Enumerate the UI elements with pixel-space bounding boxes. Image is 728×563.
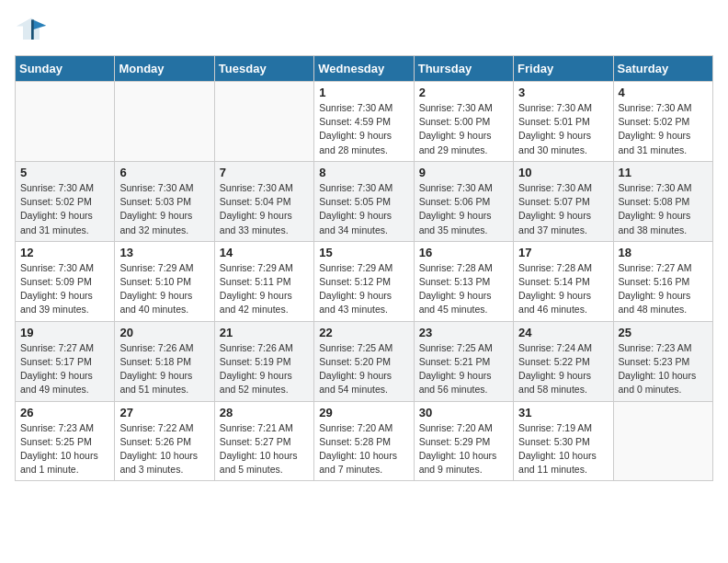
calendar-cell: 17Sunrise: 7:28 AM Sunset: 5:14 PM Dayli… bbox=[514, 241, 613, 321]
day-info: Sunrise: 7:24 AM Sunset: 5:22 PM Dayligh… bbox=[518, 341, 608, 397]
day-info: Sunrise: 7:19 AM Sunset: 5:30 PM Dayligh… bbox=[518, 421, 608, 477]
day-number: 31 bbox=[518, 406, 608, 419]
day-info: Sunrise: 7:25 AM Sunset: 5:21 PM Dayligh… bbox=[419, 341, 508, 397]
day-number: 20 bbox=[119, 326, 209, 339]
day-info: Sunrise: 7:30 AM Sunset: 5:00 PM Dayligh… bbox=[419, 101, 508, 157]
calendar-cell bbox=[115, 82, 214, 162]
day-info: Sunrise: 7:30 AM Sunset: 5:09 PM Dayligh… bbox=[20, 261, 109, 317]
day-info: Sunrise: 7:30 AM Sunset: 5:01 PM Dayligh… bbox=[518, 101, 608, 157]
calendar-cell: 2Sunrise: 7:30 AM Sunset: 5:00 PM Daylig… bbox=[414, 82, 513, 162]
calendar-cell: 4Sunrise: 7:30 AM Sunset: 5:02 PM Daylig… bbox=[613, 82, 712, 162]
weekday-header-row: SundayMondayTuesdayWednesdayThursdayFrid… bbox=[16, 56, 713, 82]
day-number: 13 bbox=[119, 246, 209, 259]
day-number: 4 bbox=[619, 86, 708, 99]
day-info: Sunrise: 7:30 AM Sunset: 5:02 PM Dayligh… bbox=[20, 181, 109, 237]
day-info: Sunrise: 7:27 AM Sunset: 5:17 PM Dayligh… bbox=[20, 341, 109, 397]
calendar-cell: 25Sunrise: 7:23 AM Sunset: 5:23 PM Dayli… bbox=[613, 321, 712, 401]
calendar-cell: 10Sunrise: 7:30 AM Sunset: 5:07 PM Dayli… bbox=[514, 161, 613, 241]
calendar-cell: 26Sunrise: 7:23 AM Sunset: 5:25 PM Dayli… bbox=[16, 401, 115, 481]
day-info: Sunrise: 7:28 AM Sunset: 5:13 PM Dayligh… bbox=[419, 261, 508, 317]
day-number: 2 bbox=[419, 86, 508, 99]
day-number: 9 bbox=[419, 166, 508, 179]
day-info: Sunrise: 7:30 AM Sunset: 5:07 PM Dayligh… bbox=[518, 181, 608, 237]
day-number: 27 bbox=[119, 406, 209, 419]
svg-rect-3 bbox=[31, 19, 34, 40]
day-info: Sunrise: 7:26 AM Sunset: 5:19 PM Dayligh… bbox=[220, 341, 309, 397]
calendar-cell: 20Sunrise: 7:26 AM Sunset: 5:18 PM Dayli… bbox=[115, 321, 214, 401]
day-number: 26 bbox=[20, 406, 109, 419]
calendar-cell: 22Sunrise: 7:25 AM Sunset: 5:20 PM Dayli… bbox=[314, 321, 414, 401]
day-number: 25 bbox=[619, 326, 708, 339]
day-info: Sunrise: 7:25 AM Sunset: 5:20 PM Dayligh… bbox=[319, 341, 408, 397]
day-info: Sunrise: 7:30 AM Sunset: 5:06 PM Dayligh… bbox=[419, 181, 508, 237]
day-number: 28 bbox=[220, 406, 309, 419]
day-number: 30 bbox=[419, 406, 508, 419]
day-info: Sunrise: 7:23 AM Sunset: 5:23 PM Dayligh… bbox=[619, 341, 708, 397]
day-number: 3 bbox=[518, 86, 608, 99]
calendar-table: SundayMondayTuesdayWednesdayThursdayFrid… bbox=[15, 55, 713, 481]
day-number: 11 bbox=[619, 166, 708, 179]
calendar-cell: 19Sunrise: 7:27 AM Sunset: 5:17 PM Dayli… bbox=[16, 321, 115, 401]
day-number: 14 bbox=[220, 246, 309, 259]
day-number: 17 bbox=[518, 246, 608, 259]
calendar-cell: 18Sunrise: 7:27 AM Sunset: 5:16 PM Dayli… bbox=[613, 241, 712, 321]
calendar-cell: 29Sunrise: 7:20 AM Sunset: 5:28 PM Dayli… bbox=[314, 401, 414, 481]
day-number: 19 bbox=[20, 326, 109, 339]
calendar-cell: 14Sunrise: 7:29 AM Sunset: 5:11 PM Dayli… bbox=[214, 241, 313, 321]
calendar-cell bbox=[613, 401, 712, 481]
calendar-cell: 27Sunrise: 7:22 AM Sunset: 5:26 PM Dayli… bbox=[115, 401, 214, 481]
day-info: Sunrise: 7:30 AM Sunset: 5:02 PM Dayligh… bbox=[619, 101, 708, 157]
day-number: 1 bbox=[319, 86, 408, 99]
calendar-cell: 7Sunrise: 7:30 AM Sunset: 5:04 PM Daylig… bbox=[214, 161, 313, 241]
day-info: Sunrise: 7:20 AM Sunset: 5:29 PM Dayligh… bbox=[419, 421, 508, 477]
weekday-header-sunday: Sunday bbox=[16, 56, 115, 82]
day-number: 21 bbox=[220, 326, 309, 339]
day-number: 18 bbox=[619, 246, 708, 259]
day-number: 22 bbox=[319, 326, 408, 339]
day-number: 29 bbox=[319, 406, 408, 419]
day-info: Sunrise: 7:30 AM Sunset: 5:08 PM Dayligh… bbox=[619, 181, 708, 237]
day-number: 6 bbox=[119, 166, 209, 179]
day-info: Sunrise: 7:26 AM Sunset: 5:18 PM Dayligh… bbox=[119, 341, 209, 397]
weekday-header-friday: Friday bbox=[514, 56, 613, 82]
calendar-cell: 31Sunrise: 7:19 AM Sunset: 5:30 PM Dayli… bbox=[514, 401, 613, 481]
calendar-cell: 24Sunrise: 7:24 AM Sunset: 5:22 PM Dayli… bbox=[514, 321, 613, 401]
calendar-week-2: 5Sunrise: 7:30 AM Sunset: 5:02 PM Daylig… bbox=[16, 161, 713, 241]
weekday-header-thursday: Thursday bbox=[414, 56, 513, 82]
day-info: Sunrise: 7:29 AM Sunset: 5:12 PM Dayligh… bbox=[319, 261, 408, 317]
day-number: 12 bbox=[20, 246, 109, 259]
day-info: Sunrise: 7:23 AM Sunset: 5:25 PM Dayligh… bbox=[20, 421, 109, 477]
calendar-cell: 8Sunrise: 7:30 AM Sunset: 5:05 PM Daylig… bbox=[314, 161, 414, 241]
calendar-cell: 9Sunrise: 7:30 AM Sunset: 5:06 PM Daylig… bbox=[414, 161, 513, 241]
calendar-cell: 16Sunrise: 7:28 AM Sunset: 5:13 PM Dayli… bbox=[414, 241, 513, 321]
day-info: Sunrise: 7:27 AM Sunset: 5:16 PM Dayligh… bbox=[619, 261, 708, 317]
calendar-cell: 15Sunrise: 7:29 AM Sunset: 5:12 PM Dayli… bbox=[314, 241, 414, 321]
calendar-cell: 5Sunrise: 7:30 AM Sunset: 5:02 PM Daylig… bbox=[16, 161, 115, 241]
calendar-cell: 11Sunrise: 7:30 AM Sunset: 5:08 PM Dayli… bbox=[613, 161, 712, 241]
logo bbox=[15, 15, 51, 48]
day-info: Sunrise: 7:30 AM Sunset: 4:59 PM Dayligh… bbox=[319, 101, 408, 157]
calendar-week-4: 19Sunrise: 7:27 AM Sunset: 5:17 PM Dayli… bbox=[16, 321, 713, 401]
day-number: 5 bbox=[20, 166, 109, 179]
day-info: Sunrise: 7:22 AM Sunset: 5:26 PM Dayligh… bbox=[119, 421, 209, 477]
weekday-header-wednesday: Wednesday bbox=[314, 56, 414, 82]
calendar-cell: 13Sunrise: 7:29 AM Sunset: 5:10 PM Dayli… bbox=[115, 241, 214, 321]
day-info: Sunrise: 7:30 AM Sunset: 5:05 PM Dayligh… bbox=[319, 181, 408, 237]
day-number: 23 bbox=[419, 326, 508, 339]
day-number: 24 bbox=[518, 326, 608, 339]
logo-icon bbox=[15, 15, 48, 48]
day-number: 16 bbox=[419, 246, 508, 259]
calendar-week-1: 1Sunrise: 7:30 AM Sunset: 4:59 PM Daylig… bbox=[16, 82, 713, 162]
calendar-cell: 3Sunrise: 7:30 AM Sunset: 5:01 PM Daylig… bbox=[514, 82, 613, 162]
day-info: Sunrise: 7:29 AM Sunset: 5:11 PM Dayligh… bbox=[220, 261, 309, 317]
calendar-cell: 21Sunrise: 7:26 AM Sunset: 5:19 PM Dayli… bbox=[214, 321, 313, 401]
day-number: 15 bbox=[319, 246, 408, 259]
day-info: Sunrise: 7:21 AM Sunset: 5:27 PM Dayligh… bbox=[220, 421, 309, 477]
day-info: Sunrise: 7:29 AM Sunset: 5:10 PM Dayligh… bbox=[119, 261, 209, 317]
day-number: 8 bbox=[319, 166, 408, 179]
calendar-cell: 12Sunrise: 7:30 AM Sunset: 5:09 PM Dayli… bbox=[16, 241, 115, 321]
day-number: 10 bbox=[518, 166, 608, 179]
calendar-cell: 28Sunrise: 7:21 AM Sunset: 5:27 PM Dayli… bbox=[214, 401, 313, 481]
calendar-cell bbox=[16, 82, 115, 162]
day-info: Sunrise: 7:30 AM Sunset: 5:04 PM Dayligh… bbox=[220, 181, 309, 237]
